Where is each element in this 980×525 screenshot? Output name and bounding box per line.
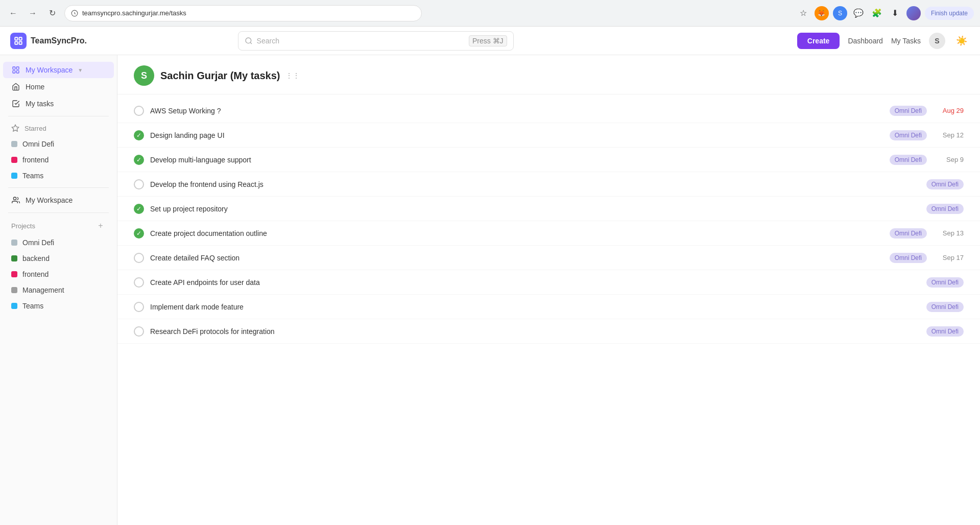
sidebar-project-item[interactable]: Omni Defi [3, 235, 114, 250]
task-name: Develop the frontend using React.js [150, 180, 920, 188]
sidebar-my-workspace-header[interactable]: My Workspace ▼ [3, 62, 114, 78]
user-avatar[interactable]: S [929, 33, 945, 49]
task-tag[interactable]: Omni Defi [890, 106, 927, 116]
task-tag[interactable]: Omni Defi [890, 228, 927, 238]
projects-header: Projects + [3, 217, 114, 234]
task-name: Implement dark mode feature [150, 303, 920, 311]
task-name: Create project documentation outline [150, 229, 883, 237]
my-tasks-link[interactable]: My Tasks [891, 37, 921, 45]
task-tag[interactable]: Omni Defi [926, 326, 964, 337]
task-checkbox[interactable] [134, 253, 144, 263]
sidebar-starred-item[interactable]: Omni Defi [3, 136, 114, 152]
table-row: AWS Setup Working ? Omni Defi Aug 29 [117, 99, 980, 123]
download-icon[interactable]: ⬇ [888, 6, 902, 20]
svg-rect-7 [16, 67, 19, 69]
table-row: Create API endpoints for user data Omni … [117, 270, 980, 295]
sidebar-project-item[interactable]: Teams [3, 298, 114, 314]
workspace-chevron: ▼ [78, 67, 83, 73]
svg-rect-8 [13, 70, 15, 73]
sidebar-project-item[interactable]: Management [3, 282, 114, 298]
starred-item-label: Omni Defi [22, 140, 54, 148]
app-container: TeamSyncPro. Search Press ⌘J Create Dash… [0, 27, 980, 525]
sidebar-starred-item[interactable]: Teams [3, 168, 114, 183]
project-color-dot [11, 240, 17, 246]
people-icon [11, 196, 20, 205]
sidebar-project-item[interactable]: backend [3, 251, 114, 266]
content-header: S Sachin Gurjar (My tasks) ⋮⋮ [117, 55, 980, 94]
dashboard-link[interactable]: Dashboard [848, 37, 883, 45]
sidebar-item-home[interactable]: Home [3, 79, 114, 95]
star-icon[interactable]: ☆ [796, 6, 810, 20]
sidebar-starred-item[interactable]: frontend [3, 152, 114, 168]
task-checkbox[interactable]: ✓ [134, 228, 144, 238]
svg-rect-2 [19, 37, 22, 40]
task-tag[interactable]: Omni Defi [890, 155, 927, 165]
table-row: Create detailed FAQ section Omni Defi Se… [117, 246, 980, 270]
logo-area: TeamSyncPro. [10, 33, 92, 49]
project-color-dot [11, 271, 17, 277]
task-checkbox[interactable]: ✓ [134, 155, 144, 165]
sidebar-item-my-workspace-sub[interactable]: My Workspace [3, 192, 114, 208]
star-section-icon [11, 124, 19, 132]
add-project-button[interactable]: + [95, 221, 106, 231]
table-row: ✓ Set up project repository Omni Defi [117, 197, 980, 221]
starred-items: Omni Defi frontend Teams [0, 136, 117, 183]
theme-toggle-button[interactable]: ☀️ [953, 33, 970, 49]
projects-label: Projects [11, 222, 35, 230]
ext-icon-4[interactable]: 🧩 [870, 6, 884, 20]
starred-section-header[interactable]: Starred [3, 121, 114, 136]
sidebar-item-my-tasks[interactable]: My tasks [3, 96, 114, 112]
svg-point-5 [246, 38, 251, 43]
forward-button[interactable]: → [26, 6, 40, 20]
project-item-label: Management [22, 286, 64, 294]
task-checkbox[interactable]: ✓ [134, 204, 144, 214]
task-name: Create detailed FAQ section [150, 254, 883, 262]
task-checkbox[interactable]: ✓ [134, 130, 144, 140]
task-tag[interactable]: Omni Defi [926, 302, 964, 312]
table-row: ✓ Design landing page UI Omni Defi Sep 1… [117, 123, 980, 148]
task-tag[interactable]: Omni Defi [890, 253, 927, 263]
task-date: Sep 13 [933, 229, 964, 237]
sidebar-project-item[interactable]: frontend [3, 267, 114, 282]
task-date: Sep 9 [933, 156, 964, 163]
task-tag[interactable]: Omni Defi [926, 179, 964, 189]
search-placeholder: Search [257, 37, 465, 45]
project-item-label: Teams [22, 302, 43, 310]
create-button[interactable]: Create [797, 33, 840, 49]
ext-icon-2[interactable]: S [833, 6, 847, 20]
task-checkbox[interactable] [134, 302, 144, 312]
page-title: Sachin Gurjar (My tasks) [160, 70, 280, 82]
task-checkbox[interactable] [134, 179, 144, 189]
svg-marker-10 [12, 125, 18, 131]
ext-icon-1[interactable]: 🦊 [815, 6, 829, 20]
url-bar[interactable]: teamsyncpro.sachingurjar.me/tasks [64, 5, 422, 21]
home-icon [11, 82, 20, 91]
table-row: Develop the frontend using React.js Omni… [117, 172, 980, 197]
task-tag[interactable]: Omni Defi [926, 277, 964, 288]
back-button[interactable]: ← [6, 6, 20, 20]
task-checkbox[interactable] [134, 106, 144, 116]
task-tag[interactable]: Omni Defi [926, 204, 964, 214]
divider-3 [8, 212, 109, 213]
task-name: AWS Setup Working ? [150, 107, 883, 115]
search-bar[interactable]: Search Press ⌘J [238, 31, 514, 51]
browser-chrome: ← → ↻ teamsyncpro.sachingurjar.me/tasks … [0, 0, 980, 27]
task-checkbox[interactable] [134, 277, 144, 288]
task-checkbox[interactable] [134, 326, 144, 337]
workspace-icon [11, 65, 20, 75]
finish-update-button[interactable]: Finish update [925, 7, 974, 20]
task-name: Design landing page UI [150, 131, 883, 139]
browser-profile[interactable] [906, 6, 921, 20]
nav-right: Create Dashboard My Tasks S ☀️ [797, 33, 970, 49]
divider-1 [8, 116, 109, 116]
starred-item-label: frontend [22, 156, 49, 164]
project-color-dot [11, 303, 17, 309]
task-tag[interactable]: Omni Defi [890, 130, 927, 140]
task-list: AWS Setup Working ? Omni Defi Aug 29 ✓ D… [117, 94, 980, 348]
project-item-label: Omni Defi [22, 238, 54, 247]
svg-rect-9 [16, 70, 19, 73]
collapse-button[interactable]: ⋮⋮ [286, 69, 299, 82]
ext-icon-3[interactable]: 💬 [851, 6, 866, 20]
main-area: My Workspace ▼ Home My tasks Starred [0, 55, 980, 525]
reload-button[interactable]: ↻ [45, 6, 59, 20]
